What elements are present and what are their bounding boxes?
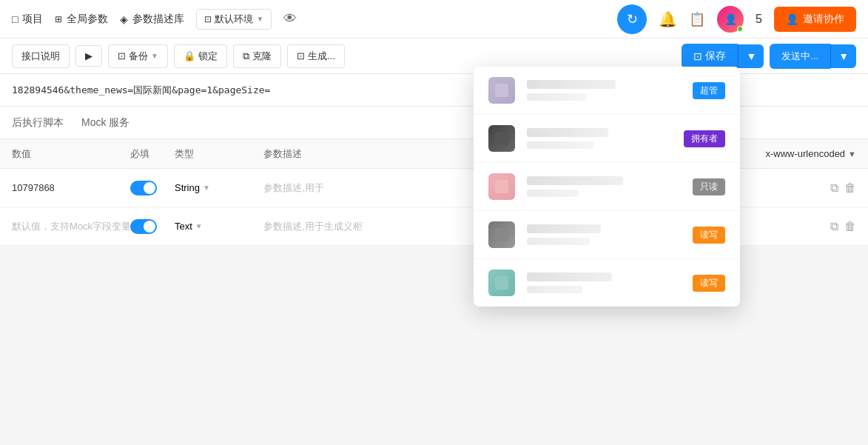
- user-email-1: [527, 141, 593, 149]
- lock-button[interactable]: 🔒 锁定: [174, 44, 227, 68]
- delete-icon-1[interactable]: 🗑: [844, 220, 856, 233]
- lock-label: 锁定: [198, 50, 218, 63]
- cell-required-0: [130, 181, 175, 195]
- user-info-0: [527, 80, 681, 101]
- user-name-0: [527, 80, 616, 89]
- required-toggle-0[interactable]: [130, 181, 157, 195]
- type-value-0: String: [175, 182, 200, 193]
- backup-button[interactable]: ⊡ 备份 ▼: [108, 44, 168, 68]
- cell-actions-0: ⧉ 🗑: [830, 181, 856, 195]
- nav-param-repo[interactable]: ◈ 参数描述库: [120, 13, 184, 26]
- cell-actions-1: ⧉ 🗑: [830, 220, 856, 233]
- encode-chevron-icon[interactable]: ▼: [848, 150, 856, 158]
- save-chevron-icon: ▼: [746, 50, 756, 62]
- nav-default-env[interactable]: ⊡ 默认环境 ▼: [196, 9, 272, 30]
- cell-required-1: [130, 219, 175, 234]
- project-label: 项目: [22, 13, 43, 26]
- generate-label: 生成...: [308, 50, 335, 63]
- user-avatar-2: [488, 173, 515, 200]
- user-dropdown: 超管 拥有者 只读 读写: [474, 67, 740, 246]
- status-dropdown-button[interactable]: ▼: [830, 44, 856, 68]
- user-avatar-1: [488, 125, 515, 152]
- bell-icon[interactable]: 🔔: [659, 10, 677, 28]
- cell-value-1: 默认值，支持Mock字段变量: [12, 220, 130, 233]
- dropdown-user-2[interactable]: 只读: [474, 163, 740, 211]
- cell-value-0: 10797868: [12, 182, 130, 193]
- interface-desc-label: 接口说明: [21, 50, 60, 63]
- cell-type-1: Text ▼: [175, 221, 263, 232]
- dropdown-user-1[interactable]: 拥有者: [474, 115, 740, 163]
- global-params-label: 全局参数: [67, 13, 108, 26]
- invite-icon: 👤: [786, 13, 798, 25]
- save-button-group: ⊡ 保存 ▼: [682, 44, 764, 69]
- type-chevron-icon-0[interactable]: ▼: [203, 184, 210, 192]
- param-repo-label: 参数描述库: [132, 13, 184, 26]
- invite-button[interactable]: 👤 邀请协作: [774, 7, 856, 32]
- avatar-wrap[interactable]: 👤: [717, 6, 744, 33]
- dropdown-user-3[interactable]: 读写: [474, 211, 740, 246]
- generate-icon: ⊡: [297, 50, 305, 61]
- tab-post-script[interactable]: 后执行脚本: [12, 113, 64, 133]
- nav-global-params[interactable]: ⊞ 全局参数: [55, 13, 108, 26]
- sync-button[interactable]: ↻: [617, 4, 647, 34]
- user-info-2: [527, 176, 681, 197]
- eye-icon[interactable]: 👁: [283, 11, 297, 27]
- top-nav: □ 项目 ⊞ 全局参数 ◈ 参数描述库 ⊡ 默认环境 ▼ 👁 ↻ 🔔 📋 👤 5…: [0, 0, 868, 39]
- copy-icon-1[interactable]: ⧉: [830, 220, 838, 233]
- user-email-2: [527, 190, 579, 197]
- backup-icon: ⊡: [118, 50, 126, 61]
- online-dot: [737, 26, 743, 32]
- play-button[interactable]: ▶: [75, 45, 102, 67]
- user-avatar-3: [488, 221, 515, 246]
- user-email-0: [527, 93, 586, 101]
- user-email-3: [527, 238, 590, 245]
- clone-button[interactable]: ⧉ 克隆: [233, 44, 281, 68]
- invite-label: 邀请协作: [803, 13, 844, 26]
- cell-type-0: String ▼: [175, 182, 263, 193]
- clone-label: 克隆: [252, 50, 272, 63]
- backup-chevron-icon: ▼: [151, 52, 158, 60]
- save-icon: ⊡: [693, 50, 702, 62]
- status-chevron-icon: ▼: [838, 50, 849, 62]
- doc-icon[interactable]: 📋: [689, 11, 705, 27]
- sync-icon: ↻: [627, 11, 638, 27]
- encode-label: x-www-urlencoded: [765, 148, 845, 159]
- lock-icon: 🔒: [184, 50, 195, 61]
- type-chevron-icon-1[interactable]: ▼: [195, 222, 203, 230]
- user-info-3: [527, 224, 681, 245]
- play-icon: ▶: [85, 50, 92, 61]
- avatar-icon: 👤: [724, 13, 737, 25]
- global-params-icon: ⊞: [55, 14, 62, 24]
- default-env-label: 默认环境: [215, 13, 253, 26]
- required-toggle-1[interactable]: [130, 219, 157, 234]
- user-name-2: [527, 176, 623, 185]
- col-header-required: 必填: [130, 147, 175, 161]
- interface-desc-button[interactable]: 接口说明: [12, 44, 70, 68]
- sending-label: 发送中...: [781, 50, 818, 61]
- status-button-group: 发送中... ▼: [770, 44, 856, 69]
- user-info-1: [527, 128, 672, 149]
- type-value-1: Text: [175, 221, 192, 232]
- dropdown-user-0[interactable]: 超管: [474, 67, 740, 115]
- default-env-icon: ⊡: [204, 14, 212, 24]
- save-button[interactable]: ⊡ 保存: [682, 44, 738, 69]
- save-label: 保存: [705, 50, 726, 63]
- col-header-value: 数值: [12, 147, 130, 161]
- toolbar-right: ⊡ 保存 ▼ 发送中... ▼: [682, 44, 856, 69]
- backup-label: 备份: [129, 50, 148, 63]
- generate-button[interactable]: ⊡ 生成...: [287, 44, 345, 68]
- copy-icon-0[interactable]: ⧉: [830, 181, 838, 195]
- role-badge-1: 拥有者: [684, 130, 725, 147]
- url-text: 182894546&theme_news=国际新闻&page=1&pageSiz…: [12, 84, 270, 97]
- save-dropdown-button[interactable]: ▼: [738, 44, 764, 68]
- delete-icon-0[interactable]: 🗑: [844, 181, 856, 195]
- tab-mock-service[interactable]: Mock 服务: [81, 113, 129, 133]
- role-badge-0: 超管: [693, 82, 725, 99]
- nav-project[interactable]: □ 项目: [12, 13, 43, 26]
- sending-button[interactable]: 发送中...: [770, 44, 830, 69]
- user-name-3: [527, 224, 601, 233]
- role-badge-2: 只读: [693, 178, 725, 195]
- chevron-down-icon: ▼: [256, 15, 263, 23]
- param-repo-icon: ◈: [120, 13, 128, 25]
- col-header-type: 类型: [175, 147, 263, 161]
